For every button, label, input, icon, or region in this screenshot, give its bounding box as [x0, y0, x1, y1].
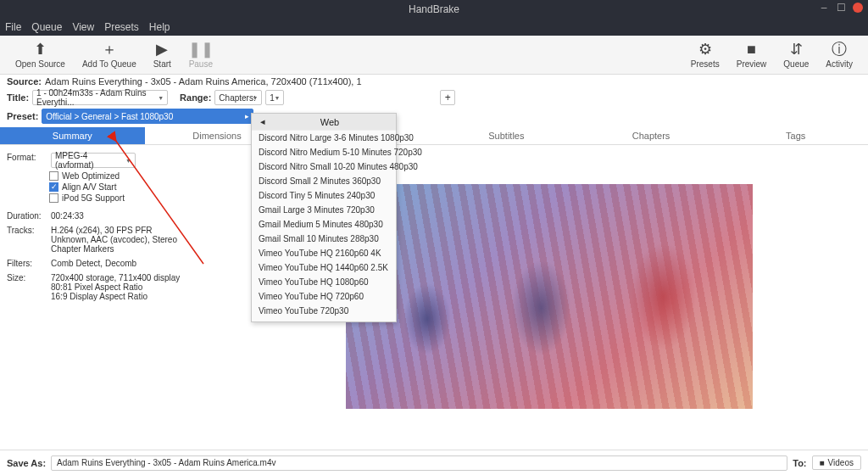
- preset-option[interactable]: Discord Nitro Large 3-6 Minutes 1080p30: [252, 131, 396, 145]
- to-label: To:: [793, 458, 806, 468]
- submenu-title: Web: [269, 117, 391, 127]
- camera-icon: ■: [747, 41, 756, 58]
- size-value: 720x400 storage, 711x400 display 80:81 P…: [51, 273, 180, 301]
- plus-icon: ＋: [102, 41, 117, 58]
- preset-option[interactable]: Vimeo YouTube 720p30: [252, 304, 396, 318]
- minimize-button[interactable]: –: [819, 3, 829, 13]
- start-button[interactable]: ▶Start: [145, 39, 180, 70]
- tab-chapters[interactable]: Chapters: [579, 127, 724, 144]
- range-plus-button[interactable]: +: [440, 90, 455, 105]
- menu-view[interactable]: View: [72, 21, 94, 33]
- duration-label: Duration:: [7, 211, 44, 221]
- tab-subtitles[interactable]: Subtitles: [434, 127, 579, 144]
- preset-select[interactable]: Official > General > Fast 1080p30: [42, 109, 253, 124]
- range-label: Range:: [180, 92, 211, 103]
- duration-value: 00:24:33: [51, 211, 84, 221]
- saveas-input[interactable]: Adam Ruins Everything - 3x05 - Adam Ruin…: [51, 455, 787, 471]
- saveas-label: Save As:: [7, 458, 46, 468]
- web-optimized-checkbox[interactable]: [49, 171, 58, 181]
- tabs: Summary Dimensions Audio Subtitles Chapt…: [0, 127, 868, 145]
- presets-button[interactable]: ⚙Presets: [682, 39, 728, 70]
- toolbar: ⬆Open Source ＋Add To Queue ▶Start ❚❚Paus…: [0, 36, 868, 75]
- add-queue-button[interactable]: ＋Add To Queue: [74, 39, 145, 70]
- preset-option[interactable]: Vimeo YouTube HQ 720p60: [252, 289, 396, 304]
- size-label: Size:: [7, 273, 44, 301]
- info-icon: ⓘ: [832, 41, 847, 58]
- preset-option[interactable]: Vimeo YouTube HQ 2160p60 4K: [252, 246, 396, 260]
- upload-icon: ⬆: [34, 41, 47, 58]
- preset-submenu: ◂ Web Discord Nitro Large 3-6 Minutes 10…: [251, 113, 397, 322]
- source-label: Source:: [7, 76, 42, 87]
- footer: Save As: Adam Ruins Everything - 3x05 - …: [0, 450, 868, 475]
- queue-button[interactable]: ⇵Queue: [775, 39, 817, 70]
- format-select[interactable]: MPEG-4 (avformat): [51, 153, 136, 168]
- queue-icon: ⇵: [790, 41, 803, 58]
- range-from-select[interactable]: 1: [265, 90, 284, 105]
- close-button[interactable]: [853, 3, 863, 13]
- folder-icon: ■: [820, 458, 825, 467]
- menu-presets[interactable]: Presets: [104, 21, 139, 33]
- preset-option[interactable]: Discord Nitro Medium 5-10 Minutes 720p30: [252, 145, 396, 159]
- preset-option[interactable]: Gmail Small 10 Minutes 288p30: [252, 232, 396, 246]
- menubar: File Queue View Presets Help: [0, 19, 868, 36]
- menu-help[interactable]: Help: [149, 21, 170, 33]
- preview-button[interactable]: ■Preview: [728, 39, 776, 70]
- preset-option[interactable]: Gmail Large 3 Minutes 720p30: [252, 203, 396, 217]
- format-label: Format:: [7, 153, 44, 168]
- align-av-checkbox[interactable]: [49, 182, 58, 192]
- submenu-back-icon[interactable]: ◂: [257, 116, 269, 127]
- pause-button[interactable]: ❚❚Pause: [180, 39, 222, 70]
- open-source-button[interactable]: ⬆Open Source: [7, 39, 74, 70]
- destination-button[interactable]: ■Videos: [812, 455, 861, 470]
- source-value: Adam Ruins Everything - 3x05 - Adam Ruin…: [45, 76, 362, 87]
- range-type-select[interactable]: Chapters:: [214, 90, 262, 105]
- tab-summary[interactable]: Summary: [0, 127, 145, 144]
- play-icon: ▶: [156, 41, 168, 58]
- ipod-checkbox[interactable]: [49, 193, 58, 203]
- preset-option[interactable]: Gmail Medium 5 Minutes 480p30: [252, 217, 396, 232]
- title-label: Title:: [7, 92, 29, 103]
- preset-option[interactable]: Vimeo YouTube HQ 1440p60 2.5K: [252, 260, 396, 275]
- activity-button[interactable]: ⓘActivity: [817, 39, 861, 70]
- maximize-button[interactable]: ☐: [836, 3, 846, 13]
- preset-option[interactable]: Discord Tiny 5 Minutes 240p30: [252, 188, 396, 203]
- menu-file[interactable]: File: [5, 21, 21, 33]
- preset-label: Preset:: [7, 111, 38, 121]
- tracks-value: H.264 (x264), 30 FPS PFR Unknown, AAC (a…: [51, 226, 177, 254]
- gear-icon: ⚙: [698, 41, 712, 58]
- filters-value: Comb Detect, Decomb: [51, 259, 136, 268]
- preset-option[interactable]: Discord Nitro Small 10-20 Minutes 480p30: [252, 159, 396, 174]
- preset-option[interactable]: Discord Small 2 Minutes 360p30: [252, 174, 396, 188]
- pause-icon: ❚❚: [188, 41, 214, 58]
- tab-tags[interactable]: Tags: [723, 127, 868, 144]
- tracks-label: Tracks:: [7, 226, 44, 254]
- filters-label: Filters:: [7, 259, 44, 268]
- window-title: HandBrake: [0, 3, 868, 15]
- titlebar: HandBrake – ☐: [0, 0, 868, 19]
- preview-pane: [346, 184, 753, 409]
- title-select[interactable]: 1 - 00h24m33s - Adam Ruins Everythi...: [32, 90, 168, 105]
- menu-queue[interactable]: Queue: [31, 21, 62, 33]
- preset-option[interactable]: Vimeo YouTube HQ 1080p60: [252, 275, 396, 289]
